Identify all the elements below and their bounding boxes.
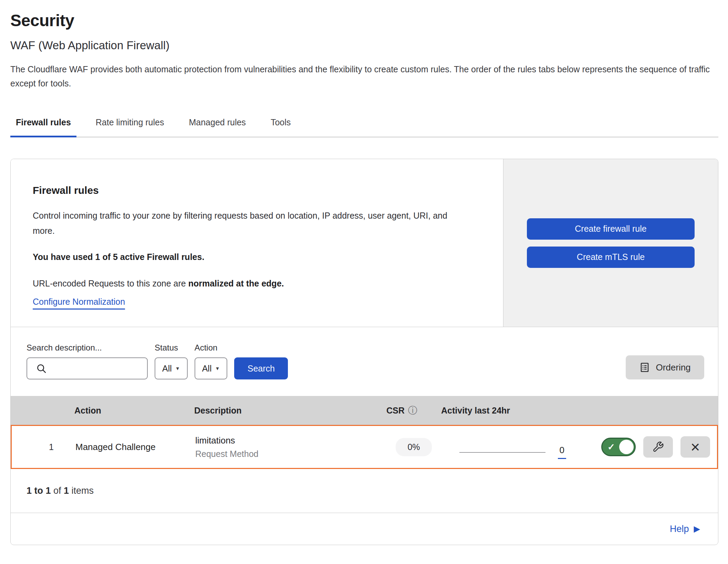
tab-firewall-rules[interactable]: Firewall rules bbox=[10, 112, 76, 137]
rule-csr-cell: 0% bbox=[385, 438, 442, 456]
rule-priority: 1 bbox=[12, 442, 63, 452]
delete-rule-button[interactable]: × bbox=[680, 436, 710, 458]
info-icon[interactable]: ⓘ bbox=[408, 404, 417, 417]
panel-heading: Firewall rules bbox=[33, 185, 472, 196]
activity-count-link[interactable]: 0 bbox=[558, 445, 566, 459]
rule-activity-cell: 0 bbox=[442, 440, 566, 454]
description-column-header: Description bbox=[185, 406, 384, 416]
search-label: Search description... bbox=[27, 343, 148, 353]
action-filter-group: Action All ▼ bbox=[195, 343, 228, 379]
check-icon: ✓ bbox=[607, 442, 615, 452]
chevron-down-icon: ▼ bbox=[215, 366, 220, 371]
rule-enabled-toggle[interactable]: ✓ bbox=[601, 438, 636, 456]
rule-controls-cell: ✓ × bbox=[566, 436, 717, 458]
page-title: Security bbox=[10, 11, 718, 30]
help-arrow-icon: ▶ bbox=[694, 524, 700, 534]
filter-bar: Search description... Status All ▼ bbox=[11, 327, 718, 396]
pagination-summary: 1 to 1 of 1 items bbox=[11, 469, 718, 513]
panel-description: Control incoming traffic to your zone by… bbox=[33, 208, 460, 238]
close-icon: × bbox=[691, 439, 700, 455]
csr-badge: 0% bbox=[396, 438, 431, 456]
usage-summary: You have used 1 of 5 active Firewall rul… bbox=[33, 252, 472, 262]
page-subtitle: WAF (Web Application Firewall) bbox=[10, 39, 718, 52]
items-word: items bbox=[69, 485, 94, 496]
search-filter-group: Search description... bbox=[27, 343, 148, 379]
page-intro: The Cloudflare WAF provides both automat… bbox=[10, 62, 717, 91]
chevron-down-icon: ▼ bbox=[175, 366, 180, 371]
rule-description-cell: limitations Request Method bbox=[186, 435, 385, 459]
ordering-button-label: Ordering bbox=[656, 362, 690, 373]
normalization-note: URL-encoded Requests to this zone are no… bbox=[33, 279, 472, 289]
table-header-row: Action Description CSR ⓘ Activity last 2… bbox=[11, 396, 718, 425]
action-column-header: Action bbox=[62, 406, 185, 416]
tab-managed-rules[interactable]: Managed rules bbox=[183, 112, 251, 137]
rule-description: limitations bbox=[195, 435, 385, 446]
rule-expression: Request Method bbox=[195, 449, 385, 459]
wrench-icon bbox=[652, 441, 664, 453]
create-firewall-rule-button[interactable]: Create firewall rule bbox=[527, 218, 695, 240]
security-page: Security WAF (Web Application Firewall) … bbox=[0, 0, 728, 545]
actions-panel: Create firewall rule Create mTLS rule bbox=[503, 159, 718, 327]
firewall-rules-card: Firewall rules Control incoming traffic … bbox=[10, 159, 718, 545]
firewall-rules-info: Firewall rules Control incoming traffic … bbox=[11, 159, 503, 327]
create-mtls-rule-button[interactable]: Create mTLS rule bbox=[527, 247, 695, 268]
search-icon bbox=[36, 363, 46, 374]
status-select[interactable]: All ▼ bbox=[155, 357, 188, 379]
help-label: Help bbox=[670, 524, 689, 534]
normalization-text: URL-encoded Requests to this zone are bbox=[33, 279, 188, 288]
configure-normalization-link[interactable]: Configure Normalization bbox=[33, 297, 125, 310]
help-row: Help ▶ bbox=[11, 513, 718, 545]
activity-sparkline bbox=[459, 452, 545, 453]
csr-header-label: CSR bbox=[386, 406, 405, 416]
items-range: 1 to 1 bbox=[27, 485, 51, 496]
csr-column-header: CSR ⓘ bbox=[384, 404, 441, 417]
action-select[interactable]: All ▼ bbox=[195, 357, 228, 379]
ordering-button[interactable]: Ordering bbox=[626, 355, 704, 379]
status-label: Status bbox=[155, 343, 188, 353]
action-select-value: All bbox=[202, 364, 212, 374]
help-link[interactable]: Help ▶ bbox=[670, 524, 700, 534]
table-row: 1 Managed Challenge limitations Request … bbox=[11, 425, 718, 469]
search-input[interactable] bbox=[27, 357, 148, 379]
activity-column-header: Activity last 24hr bbox=[441, 406, 565, 416]
ordering-list-icon bbox=[639, 362, 650, 373]
status-select-value: All bbox=[162, 364, 172, 374]
card-top-section: Firewall rules Control incoming traffic … bbox=[11, 159, 718, 327]
edit-rule-button[interactable] bbox=[643, 436, 673, 458]
rules-tab-bar: Firewall rules Rate limiting rules Manag… bbox=[10, 112, 718, 137]
search-button[interactable]: Search bbox=[234, 357, 288, 379]
tab-rate-limiting-rules[interactable]: Rate limiting rules bbox=[90, 112, 170, 137]
normalization-bold-text: normalized at the edge. bbox=[188, 279, 284, 288]
status-filter-group: Status All ▼ bbox=[155, 343, 188, 379]
action-label: Action bbox=[195, 343, 228, 353]
rule-action: Managed Challenge bbox=[63, 442, 186, 452]
tab-tools[interactable]: Tools bbox=[265, 112, 296, 137]
items-total: 1 bbox=[64, 485, 69, 496]
items-of: of bbox=[51, 485, 64, 496]
toggle-knob bbox=[619, 440, 634, 454]
